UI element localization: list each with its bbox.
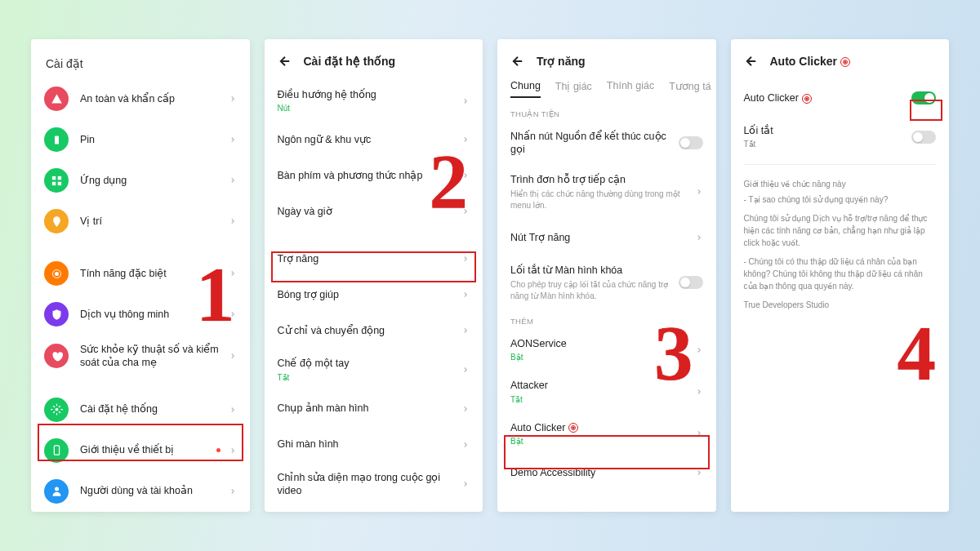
row-label: Sức khỏe kỹ thuật số và kiểm soát của ch… (80, 343, 229, 370)
target-icon (802, 94, 812, 104)
star-icon (44, 261, 69, 286)
settings-row[interactable]: AttackerTắt (497, 371, 716, 412)
settings-row[interactable]: Tính năng đặc biệt (31, 253, 250, 294)
page-title: Trợ năng (537, 55, 586, 68)
settings-row[interactable]: Bàn phím và phương thức nhập (265, 158, 483, 193)
page-title: Auto Clicker (770, 55, 850, 68)
row-label: Cài đặt hệ thống (80, 402, 229, 415)
chevron-right-icon (229, 132, 237, 147)
settings-row[interactable]: Dịch vụ thông minh (31, 294, 250, 335)
row-label: Nút Trợ năng (510, 231, 695, 244)
row-label: Auto ClickerBật (510, 421, 695, 447)
row-label: AttackerTắt (510, 379, 695, 404)
battery-icon (44, 127, 69, 152)
chevron-right-icon (229, 402, 237, 417)
row-label: Chỉnh sửa diện mạo trong cuộc gọi video (278, 471, 462, 498)
chevron-right-icon (229, 484, 237, 499)
page-title: Cài đặt (31, 46, 250, 78)
settings-row[interactable]: An toàn và khẩn cấp (31, 78, 250, 119)
row-label: Bóng trợ giúp (278, 288, 462, 301)
info-text: Giới thiệu về chức năng này - Tại sao ch… (731, 171, 950, 324)
chevron-right-icon (461, 287, 470, 302)
chevron-right-icon (229, 266, 237, 281)
settings-screen-3: Trợ năng ChungThị giácThính giácTương tá… (497, 39, 716, 512)
settings-row[interactable]: Bóng trợ giúp (265, 277, 483, 313)
settings-row[interactable]: Cử chỉ và chuyển động (265, 313, 483, 349)
svg-rect-8 (54, 446, 59, 455)
tab[interactable]: Tương tá (669, 80, 710, 98)
auto-clicker-toggle-row[interactable]: Auto Clicker (731, 80, 950, 116)
notification-dot (216, 448, 220, 452)
gear-icon (44, 398, 69, 422)
svg-rect-2 (57, 176, 60, 179)
chevron-right-icon (461, 323, 470, 338)
settings-row[interactable]: Demo Accessibility (497, 455, 716, 491)
chevron-right-icon (461, 251, 470, 266)
row-label: Cử chỉ và chuyển động (278, 324, 462, 337)
settings-row[interactable]: Auto ClickerBật (497, 413, 716, 455)
chevron-right-icon (229, 91, 237, 106)
settings-row[interactable]: Chỉnh sửa diện mạo trong cuộc gọi video (265, 463, 483, 506)
shortcut-row[interactable]: Lối tắt Tắt (731, 116, 950, 158)
settings-row[interactable]: Chế độ một tayTắt (265, 349, 483, 390)
chevron-right-icon (461, 94, 470, 109)
settings-screen-1: Cài đặt An toàn và khẩn cấpPinỨng dụngVị… (31, 39, 250, 512)
settings-row[interactable]: Ứng dụng (31, 160, 250, 201)
row-label: Dịch vụ thông minh (80, 308, 229, 321)
settings-row[interactable]: Ghi màn hình (265, 427, 483, 463)
target-icon (840, 57, 850, 67)
settings-row[interactable]: Cài đặt hệ thống (31, 389, 250, 430)
back-icon[interactable] (510, 54, 525, 69)
row-label: An toàn và khẩn cấp (80, 92, 229, 105)
toggle-switch[interactable] (911, 131, 936, 144)
settings-row[interactable]: Trợ năng (265, 241, 483, 277)
user-icon (44, 479, 69, 504)
settings-row[interactable]: Chụp ảnh màn hình (265, 391, 483, 427)
settings-row[interactable]: Điều hướng hệ thốngNút (265, 80, 483, 122)
back-icon[interactable] (744, 54, 759, 69)
svg-rect-0 (55, 136, 59, 144)
settings-row[interactable]: Nút Trợ năng (497, 220, 716, 256)
row-label: Chế độ một tayTắt (278, 357, 462, 382)
page-title: Cài đặt hệ thống (304, 55, 396, 68)
toggle-switch[interactable] (911, 91, 936, 104)
section-label: THÊM (497, 310, 716, 329)
settings-row[interactable]: Pin (31, 119, 250, 160)
tab[interactable]: Thị giác (555, 80, 592, 98)
chevron-right-icon (461, 204, 470, 219)
row-label: Ngôn ngữ & khu vực (278, 133, 462, 146)
row-label: Lối tắt từ Màn hình khóaCho phép truy cậ… (510, 264, 679, 302)
settings-row[interactable]: Vị trí (31, 201, 250, 242)
settings-row[interactable]: AONServiceBật (497, 329, 716, 371)
chevron-right-icon (229, 173, 237, 188)
settings-row[interactable]: Ngày và giờ (265, 193, 483, 229)
back-icon[interactable] (278, 54, 292, 69)
chevron-right-icon (695, 184, 703, 199)
toggle-switch[interactable] (679, 136, 703, 149)
svg-point-5 (55, 272, 59, 276)
settings-row[interactable]: Nhấn nút Nguồn để kết thúc cuộc gọi (497, 122, 716, 165)
tab[interactable]: Thính giác (607, 80, 654, 98)
phone-icon (44, 438, 69, 463)
svg-point-7 (55, 408, 58, 411)
settings-row[interactable]: Giới thiệu về thiết bị (31, 430, 250, 471)
grid-icon (44, 168, 69, 193)
chevron-right-icon (461, 132, 470, 147)
settings-row[interactable]: Người dùng và tài khoản (31, 471, 250, 512)
row-label: Nhấn nút Nguồn để kết thúc cuộc gọi (510, 130, 679, 157)
settings-row[interactable]: Lối tắt từ Màn hình khóaCho phép truy cậ… (497, 256, 716, 310)
tab[interactable]: Chung (510, 80, 541, 98)
tabs: ChungThị giácThính giácTương tá (497, 80, 716, 103)
section-label: THUẬN TIỆN (497, 103, 716, 122)
chevron-right-icon (695, 384, 703, 399)
settings-screen-2: Cài đặt hệ thống Điều hướng hệ thốngNútN… (265, 39, 483, 512)
settings-row[interactable]: Sức khỏe kỹ thuật số và kiểm soát của ch… (31, 335, 250, 378)
shield-icon (44, 302, 69, 327)
row-label: Ghi màn hình (278, 438, 462, 451)
chevron-right-icon (229, 443, 237, 458)
row-label: Bàn phím và phương thức nhập (278, 169, 462, 182)
settings-row[interactable]: Trình đơn hỗ trợ tiếp cậnHiển thị các ch… (497, 165, 716, 220)
chevron-right-icon (695, 343, 703, 358)
toggle-switch[interactable] (679, 276, 703, 289)
settings-row[interactable]: Ngôn ngữ & khu vực (265, 122, 483, 158)
